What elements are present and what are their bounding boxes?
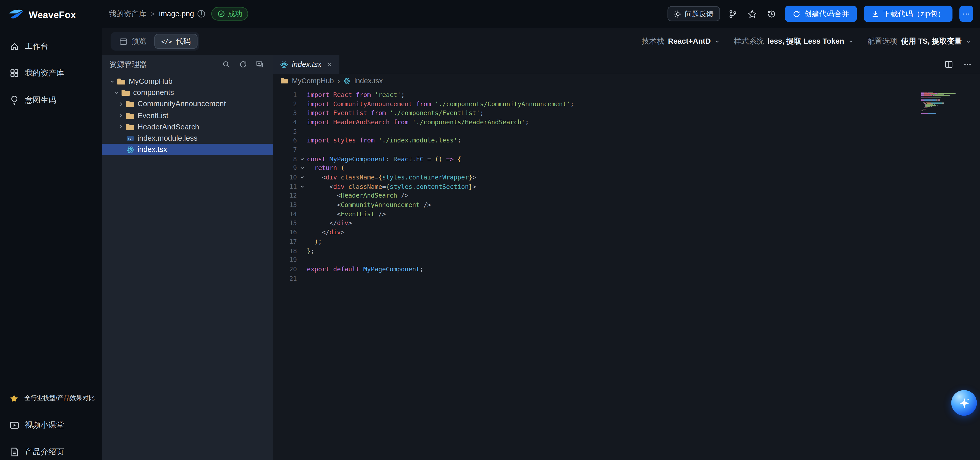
- config-label: 配置选项: [867, 36, 897, 47]
- code-text: <div className={styles.containerWrapper}…: [307, 174, 476, 181]
- tree-item-CommunityAnnouncement[interactable]: CommunityAnnouncement: [102, 98, 273, 110]
- breadcrumb-project[interactable]: MyCompHub: [292, 77, 334, 84]
- breadcrumb-file: image.png: [159, 10, 194, 18]
- window-icon: [119, 37, 127, 45]
- config-options: 技术栈 React+AntD 样式系统 less, 提取 Less Token …: [642, 36, 971, 47]
- code-line-3[interactable]: 3import EventList from './components/Eve…: [278, 108, 980, 118]
- code-line-4[interactable]: 4import HeaderAndSearch from './componen…: [278, 118, 980, 127]
- code-line-14[interactable]: 14 <EventList />: [278, 209, 980, 218]
- close-icon[interactable]: [326, 61, 332, 67]
- tree-item-MyCompHub[interactable]: MyCompHub: [102, 76, 273, 87]
- react-icon: [280, 60, 288, 68]
- tree-item-index.module.less[interactable]: {l}index.module.less: [102, 132, 273, 144]
- line-number: 10: [278, 174, 297, 181]
- more-actions-button[interactable]: ⋯: [959, 6, 973, 22]
- tree-chevron-icon[interactable]: [117, 101, 125, 107]
- code-line-6[interactable]: 6import styles from './index.module.less…: [278, 136, 980, 145]
- feedback-button[interactable]: 问题反馈: [667, 6, 720, 21]
- git-branch-icon[interactable]: [727, 7, 739, 20]
- tree-item-components[interactable]: components: [102, 87, 273, 99]
- code-line-20[interactable]: 20export default MyPageComponent;: [278, 264, 980, 274]
- breadcrumb-filename[interactable]: index.tsx: [354, 77, 383, 84]
- code-line-19[interactable]: 19: [278, 255, 980, 264]
- code-line-15[interactable]: 15 </div>: [278, 218, 980, 228]
- code-line-9[interactable]: 9 return (: [278, 163, 980, 173]
- history-icon[interactable]: [765, 7, 778, 20]
- line-number: 9: [278, 165, 297, 172]
- code-line-18[interactable]: 18};: [278, 246, 980, 255]
- tab-index-tsx[interactable]: index.tsx: [273, 55, 339, 74]
- code-text: <CommunityAnnouncement />: [307, 201, 431, 208]
- editor-tabbar: index.tsx: [273, 55, 980, 74]
- tree-item-EventList[interactable]: EventList: [102, 110, 273, 121]
- logo-row[interactable]: WeaveFox: [0, 0, 102, 29]
- info-icon[interactable]: i: [198, 10, 205, 18]
- code-text: import CommunityAnnouncement from './com…: [307, 100, 574, 107]
- fold-chevron-icon[interactable]: [297, 165, 307, 171]
- react-icon: [125, 145, 135, 154]
- code-line-11[interactable]: 11 <div className={styles.contentSection…: [278, 182, 980, 191]
- code-line-7[interactable]: 7: [278, 145, 980, 154]
- code-line-10[interactable]: 10 <div className={styles.containerWrapp…: [278, 173, 980, 182]
- sidebar-item-intent-codegen[interactable]: 意图生码: [0, 88, 102, 113]
- refresh-icon[interactable]: [238, 59, 249, 70]
- code-line-17[interactable]: 17 );: [278, 237, 980, 246]
- line-number: 1: [278, 91, 297, 98]
- ellipsis-icon[interactable]: [961, 58, 974, 71]
- download-zip-button[interactable]: 下载代码（zip包）: [864, 6, 953, 22]
- code-line-21[interactable]: 21: [278, 274, 980, 283]
- tree-chevron-icon[interactable]: [113, 90, 121, 96]
- minimap[interactable]: [921, 92, 961, 115]
- sidebar-item-workbench[interactable]: 工作台: [0, 34, 102, 59]
- tree-item-index.tsx[interactable]: index.tsx: [102, 144, 273, 156]
- breadcrumb-root[interactable]: 我的资产库: [109, 8, 146, 19]
- code-line-8[interactable]: 8const MyPageComponent: React.FC = () =>…: [278, 154, 980, 163]
- tree-chevron-icon[interactable]: [108, 79, 116, 84]
- line-number: 21: [278, 275, 297, 282]
- preview-tab[interactable]: 预览: [113, 34, 153, 49]
- download-zip-label: 下载代码（zip包）: [883, 8, 945, 19]
- config-select[interactable]: 配置选项 使用 TS, 提取变量: [867, 36, 971, 47]
- code-line-16[interactable]: 16 </div>: [278, 228, 980, 237]
- collapse-all-icon[interactable]: [255, 59, 266, 70]
- code-text: <HeaderAndSearch />: [307, 192, 408, 199]
- fold-chevron-icon[interactable]: [297, 156, 307, 162]
- search-files-icon[interactable]: [221, 59, 232, 70]
- breadcrumb-separator: ›: [338, 77, 340, 84]
- code-line-2[interactable]: 2import CommunityAnnouncement from './co…: [278, 99, 980, 108]
- code-line-5[interactable]: 5: [278, 127, 980, 136]
- sidebar-item-model-compare[interactable]: 全行业模型/产品效果对比: [0, 386, 102, 411]
- star-icon[interactable]: [746, 7, 759, 20]
- status-badge: 成功: [212, 7, 248, 21]
- fold-chevron-icon[interactable]: [297, 174, 307, 180]
- sidebar-item-label: 意图生码: [25, 95, 56, 105]
- sidebar-item-product-intro[interactable]: 产品介绍页: [0, 439, 102, 460]
- code-text: import EventList from './components/Even…: [307, 110, 484, 116]
- sidebar-item-label: 我的资产库: [25, 68, 64, 79]
- create-merge-button[interactable]: 创建代码合并: [785, 6, 857, 22]
- line-number: 2: [278, 100, 297, 107]
- tree-chevron-icon[interactable]: [117, 124, 125, 130]
- sidebar-item-video-class[interactable]: 视频小课堂: [0, 412, 102, 438]
- line-number: 3: [278, 110, 297, 116]
- style-system-select[interactable]: 样式系统 less, 提取 Less Token: [734, 36, 853, 47]
- breadcrumb-separator: >: [151, 10, 155, 18]
- lightbulb-icon: [10, 95, 19, 105]
- explorer-header: 资源管理器: [102, 55, 273, 74]
- tree-item-HeaderAndSearch[interactable]: HeaderAndSearch: [102, 121, 273, 132]
- tech-stack-select[interactable]: 技术栈 React+AntD: [642, 36, 720, 47]
- tree-chevron-icon[interactable]: [117, 113, 125, 118]
- code-line-13[interactable]: 13 <CommunityAnnouncement />: [278, 200, 980, 209]
- sidebar-item-assets[interactable]: 我的资产库: [0, 61, 102, 86]
- code-area[interactable]: 1import React from 'react';2import Commu…: [273, 88, 980, 460]
- ai-assistant-button[interactable]: [951, 390, 977, 415]
- sync-icon: [792, 10, 800, 18]
- code-line-1[interactable]: 1import React from 'react';: [278, 90, 980, 99]
- split-editor-icon[interactable]: [942, 58, 955, 71]
- tree-item-label: MyCompHub: [129, 77, 172, 86]
- style-system-label: 样式系统: [734, 36, 764, 47]
- code-line-12[interactable]: 12 <HeaderAndSearch />: [278, 191, 980, 200]
- fold-chevron-icon[interactable]: [297, 183, 307, 189]
- code-tab[interactable]: </> 代码: [154, 34, 197, 49]
- code-lines: 1import React from 'react';2import Commu…: [278, 90, 980, 283]
